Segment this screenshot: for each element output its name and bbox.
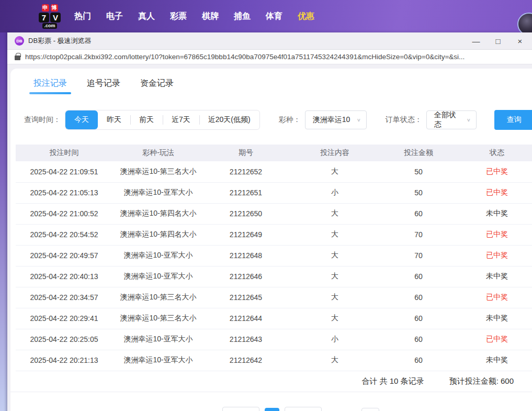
game-play: 澳洲幸运10-亚军大小 (112, 350, 204, 371)
nav-item-live[interactable]: 真人 (138, 11, 155, 22)
bet-amount: 70 (382, 245, 455, 266)
tab-chase-records[interactable]: 追号记录 (87, 78, 120, 96)
table-header-row: 投注时间 彩种-玩法 期号 投注内容 投注金额 状态 (16, 145, 532, 161)
bet-records-table: 投注时间 彩种-玩法 期号 投注内容 投注金额 状态 2025-04-22 21… (16, 145, 532, 371)
table-row: 2025-04-22 20:49:57 澳洲幸运10-亚军大小 21212648… (16, 245, 532, 266)
bet-amount: 60 (382, 203, 455, 224)
time-option-yesterday[interactable]: 昨天 (98, 110, 130, 129)
status-badge: 未中奖 (455, 266, 532, 287)
window-titlebar[interactable]: DB DB彩票 - 极速浏览器 — □ × (7, 32, 532, 50)
bet-content: 大 (288, 161, 382, 182)
time-option-7days[interactable]: 近7天 (163, 110, 199, 129)
bet-amount: 60 (382, 329, 455, 350)
logo-badges: 申 博 (42, 4, 58, 12)
bet-content: 大 (288, 245, 382, 266)
prev-page-button[interactable]: 上一页 (222, 407, 259, 411)
bet-time: 2025-04-22 21:00:52 (16, 203, 112, 224)
time-option-today[interactable]: 今天 (65, 110, 98, 129)
bet-content: 大 (288, 266, 382, 287)
bet-content: 大 (288, 287, 382, 308)
site-nav: 申 博 7 V .com 热门 电子 真人 彩票 棋牌 捕鱼 体育 优惠 (0, 0, 532, 32)
issue-number: 21212649 (204, 224, 288, 245)
nav-item-lottery[interactable]: 彩票 (170, 11, 187, 22)
game-play: 澳洲幸运10-第四名大小 (112, 224, 204, 245)
current-page-button[interactable]: 1 (265, 408, 279, 411)
bet-content: 大 (288, 308, 382, 329)
table-row: 2025-04-22 20:21:13 澳洲幸运10-亚军大小 21212642… (16, 350, 532, 371)
next-page-button[interactable]: 下一页 (285, 407, 322, 411)
summary-total: 合计 共 10 条记录 (361, 376, 424, 386)
lottery-select-value: 澳洲幸运10 (313, 115, 350, 125)
bet-time: 2025-04-22 20:25:05 (16, 329, 112, 350)
col-status: 状态 (455, 145, 532, 161)
time-option-20days[interactable]: 近20天(低频) (199, 110, 259, 129)
status-badge: 已中奖 (455, 161, 532, 182)
nav-item-electronic[interactable]: 电子 (106, 11, 123, 22)
maximize-button[interactable]: □ (494, 37, 502, 45)
game-play: 澳洲幸运10-第三名大小 (112, 308, 204, 329)
table-row: 2025-04-22 20:40:13 澳洲幸运10-亚军大小 21212646… (16, 266, 532, 287)
status-badge: 已中奖 (455, 329, 532, 350)
issue-number: 21212645 (204, 287, 288, 308)
logo-char: 7 (39, 13, 49, 23)
summary-expected: 预计投注金额: 600 (449, 376, 514, 386)
bet-time: 2025-04-22 21:09:51 (16, 161, 112, 182)
browser-window: DB DB彩票 - 极速浏览器 — □ × https://ctop02pcal… (7, 32, 532, 411)
time-filter-label: 查询时间： (24, 115, 61, 125)
status-badge: 已中奖 (455, 224, 532, 245)
game-play: 澳洲幸运10-第三名大小 (112, 287, 204, 308)
goto-page-input[interactable] (361, 408, 379, 411)
col-bet-time: 投注时间 (16, 145, 112, 161)
logo-7v: 7 V (39, 13, 61, 23)
summary-bar: 合计 共 10 条记录 预计投注金额: 600 有效投注金额 (10, 371, 532, 392)
table-row: 2025-04-22 20:25:05 澳洲幸运10-亚军大小 21212643… (16, 329, 532, 350)
issue-number: 21212650 (204, 203, 288, 224)
bet-time: 2025-04-22 20:34:57 (16, 287, 112, 308)
tab-fund-records[interactable]: 资金记录 (140, 78, 174, 96)
order-status-select[interactable]: 全部状态 ∨ (426, 110, 477, 129)
chevron-down-icon: ∨ (357, 117, 361, 123)
minimize-button[interactable]: — (472, 37, 480, 45)
table-row: 2025-04-22 20:54:52 澳洲幸运10-第四名大小 2121264… (16, 224, 532, 245)
bet-amount: 60 (382, 350, 455, 371)
bet-time: 2025-04-22 20:21:13 (16, 350, 112, 371)
nav-menu: 热门 电子 真人 彩票 棋牌 捕鱼 体育 优惠 (74, 11, 314, 22)
close-button[interactable]: × (516, 37, 524, 45)
bet-content: 大 (288, 203, 382, 224)
records-panel: 投注记录 追号记录 资金记录 查询时间： 今天 昨天 前天 近7天 近20天(低… (10, 69, 532, 411)
browser-favicon: DB (15, 36, 24, 46)
bet-amount: 70 (382, 224, 455, 245)
nav-item-fishing[interactable]: 捕鱼 (234, 11, 251, 22)
bet-amount: 50 (382, 182, 455, 203)
browser-viewport: 投注记录 追号记录 资金记录 查询时间： 今天 昨天 前天 近7天 近20天(低… (7, 64, 532, 411)
nav-item-promo[interactable]: 优惠 (298, 11, 314, 22)
table-row: 2025-04-22 20:34:57 澳洲幸运10-第三名大小 2121264… (16, 287, 532, 308)
bet-amount: 60 (382, 287, 455, 308)
bet-amount: 60 (382, 266, 455, 287)
lottery-select[interactable]: 澳洲幸运10 ∨ (305, 110, 367, 129)
time-option-daybefore[interactable]: 前天 (130, 110, 163, 129)
issue-number: 21212652 (204, 161, 288, 182)
goto-page: 前往 页 (344, 408, 390, 411)
record-tabs: 投注记录 追号记录 资金记录 (10, 69, 532, 96)
filter-bar: 查询时间： 今天 昨天 前天 近7天 近20天(低频) 彩种： 澳洲幸运10 ∨… (10, 96, 532, 130)
tab-bet-records[interactable]: 投注记录 (33, 78, 67, 96)
lock-icon (15, 55, 20, 60)
nav-item-hot[interactable]: 热门 (74, 11, 91, 22)
status-badge: 未中奖 (455, 203, 532, 224)
issue-number: 21212646 (204, 266, 288, 287)
logo-badge: 申 (42, 4, 49, 12)
query-button[interactable]: 查询 (494, 110, 532, 130)
status-badge: 未中奖 (455, 350, 532, 371)
nav-item-chess[interactable]: 棋牌 (202, 11, 219, 22)
chevron-down-icon: ∨ (467, 117, 471, 123)
site-logo[interactable]: 申 博 7 V .com (39, 4, 61, 29)
address-bar[interactable]: https://ctop02pcali.2kbxi392.com/lottery… (7, 50, 532, 64)
url-text[interactable]: https://ctop02pcali.2kbxi392.com/lottery… (25, 53, 465, 61)
col-game-play: 彩种-玩法 (112, 145, 204, 161)
col-bet-content: 投注内容 (288, 145, 382, 161)
bet-time: 2025-04-22 20:49:57 (16, 245, 112, 266)
bet-amount: 50 (382, 161, 455, 182)
nav-item-sports[interactable]: 体育 (266, 11, 282, 22)
status-badge: 已中奖 (455, 245, 532, 266)
